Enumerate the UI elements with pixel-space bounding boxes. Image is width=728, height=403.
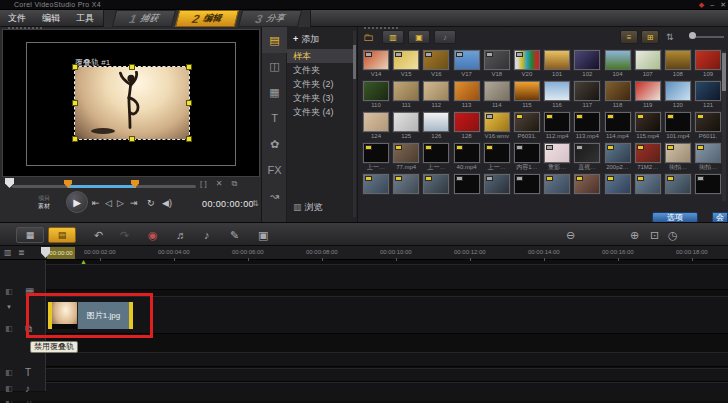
- mode-clip-label[interactable]: 素材: [38, 202, 64, 210]
- track-list-icon[interactable]: ≣: [18, 248, 25, 257]
- playback-mode-toggle[interactable]: 项目 素材: [38, 194, 64, 210]
- library-thumbnail[interactable]: 111: [391, 81, 421, 112]
- library-thumbnail[interactable]: 200p2…: [603, 143, 633, 174]
- library-thumbnail[interactable]: [572, 174, 602, 205]
- voice-track-lane[interactable]: [46, 368, 728, 382]
- library-thumbnail[interactable]: 112.mp4: [542, 112, 572, 143]
- library-thumbnail[interactable]: 109: [693, 50, 723, 81]
- library-thumbnail[interactable]: P6011.: [693, 112, 723, 143]
- library-thumbnail[interactable]: 直视…: [572, 143, 602, 174]
- library-thumbnail[interactable]: 115.mp4: [633, 112, 663, 143]
- library-thumbnail[interactable]: 上一…: [361, 143, 391, 174]
- library-thumbnail[interactable]: P6031.: [512, 112, 542, 143]
- library-thumbnail[interactable]: 上一…: [482, 143, 512, 174]
- library-thumbnail[interactable]: 内容1…: [512, 143, 542, 174]
- library-thumbnail[interactable]: 114: [482, 81, 512, 112]
- library-thumbnail[interactable]: 108: [663, 50, 693, 81]
- library-thumbnail[interactable]: V15: [391, 50, 421, 81]
- library-thumbnail[interactable]: 121: [693, 81, 723, 112]
- library-thumbnail[interactable]: 重影…: [542, 143, 572, 174]
- resize-handle[interactable]: [186, 136, 192, 142]
- library-thumbnail[interactable]: [693, 174, 723, 205]
- library-thumbnail[interactable]: [391, 174, 421, 205]
- library-thumbnail[interactable]: V18: [482, 50, 512, 81]
- next-frame-button[interactable]: ▷: [117, 198, 124, 208]
- fit-timeline-icon[interactable]: ⊡: [650, 228, 659, 242]
- browse-button[interactable]: ▥浏览: [293, 201, 323, 214]
- library-thumbnail[interactable]: 114.mp4: [603, 112, 633, 143]
- workflow-step[interactable]: 3分享: [238, 10, 302, 27]
- library-thumbnail[interactable]: 118: [603, 81, 633, 112]
- library-thumbnail[interactable]: [542, 174, 572, 205]
- resize-handle[interactable]: [186, 64, 192, 70]
- zoom-out-icon[interactable]: ⊖: [566, 228, 575, 242]
- overlay-track-enable[interactable]: ◧: [5, 324, 13, 333]
- track-expand-chevron-icon[interactable]: ▼: [6, 304, 12, 310]
- redo-button[interactable]: ↷: [120, 228, 129, 242]
- library-thumbnail[interactable]: [482, 174, 512, 205]
- timeline-horizontal-scrollbar[interactable]: [0, 392, 728, 401]
- prev-frame-button[interactable]: ◁: [105, 198, 112, 208]
- title-track-lane[interactable]: [46, 352, 728, 367]
- library-thumbnail[interactable]: 113: [452, 81, 482, 112]
- library-thumbnail[interactable]: 116: [542, 81, 572, 112]
- minimize-icon[interactable]: –: [710, 0, 714, 10]
- timeline-view-button[interactable]: ▤: [48, 227, 76, 243]
- gallery-scrollbar[interactable]: [353, 31, 356, 217]
- library-thumbnail[interactable]: V16.wmv: [482, 112, 512, 143]
- mark-range-icon[interactable]: [ ]: [200, 179, 207, 189]
- undo-button[interactable]: ↶: [94, 228, 103, 242]
- library-thumbnail[interactable]: 110: [361, 81, 391, 112]
- show-video-filter[interactable]: ▥: [382, 30, 404, 44]
- library-thumbnail[interactable]: 115: [512, 81, 542, 112]
- resize-handle[interactable]: [129, 136, 135, 142]
- workflow-step[interactable]: 2编辑: [175, 10, 239, 27]
- play-button[interactable]: ▶: [66, 191, 88, 213]
- library-thumbnail[interactable]: [633, 174, 663, 205]
- workflow-step[interactable]: 1捕获: [112, 10, 176, 27]
- project-duration-icon[interactable]: ◷: [668, 228, 678, 242]
- folder-item[interactable]: 样本: [287, 49, 353, 63]
- library-scrollbar[interactable]: [722, 51, 726, 201]
- add-folder-button[interactable]: +添加: [293, 33, 319, 46]
- list-view-button[interactable]: ≡: [620, 30, 638, 44]
- library-thumbnail[interactable]: 104: [603, 50, 633, 81]
- library-thumbnail[interactable]: 上一…: [421, 143, 451, 174]
- library-thumbnail[interactable]: [452, 174, 482, 205]
- transitions-button[interactable]: ◫: [262, 53, 287, 79]
- library-thumbnail[interactable]: [361, 174, 391, 205]
- library-thumbnail[interactable]: [512, 174, 542, 205]
- library-thumbnail[interactable]: 125: [391, 112, 421, 143]
- track-manager-icon[interactable]: ▥: [4, 248, 12, 257]
- storyboard-view-button[interactable]: ▦: [16, 227, 44, 243]
- library-thumbnail[interactable]: 102: [572, 50, 602, 81]
- volume-button[interactable]: ◀): [162, 198, 172, 208]
- resize-handle[interactable]: [72, 100, 78, 106]
- app-badge-icon[interactable]: ◆: [699, 0, 704, 10]
- auto-music-button[interactable]: ♪: [204, 228, 210, 242]
- library-thumbnail[interactable]: 40.mp4: [452, 143, 482, 174]
- library-thumbnail[interactable]: 101: [542, 50, 572, 81]
- overlay-clip-image[interactable]: [75, 67, 189, 139]
- import-folder-icon[interactable]: 🗀: [363, 31, 374, 43]
- mode-project-label[interactable]: 项目: [38, 194, 64, 202]
- library-thumbnail[interactable]: 街拍…: [693, 143, 723, 174]
- go-start-button[interactable]: ⇤: [92, 198, 100, 208]
- resize-handle[interactable]: [72, 136, 78, 142]
- folder-item[interactable]: 文件夹 (3): [287, 91, 353, 105]
- library-thumbnail[interactable]: [663, 174, 693, 205]
- library-thumbnail[interactable]: 街拍…: [663, 143, 693, 174]
- title-track-enable[interactable]: ◧: [5, 368, 13, 377]
- thumbnail-size-knob[interactable]: [689, 32, 696, 39]
- folder-item[interactable]: 文件夹 (2): [287, 77, 353, 91]
- library-thumbnail[interactable]: 128: [452, 112, 482, 143]
- thumbnail-view-button[interactable]: ⊞: [641, 30, 659, 44]
- timeline-ruler[interactable]: ▥≣ 00:00:00 00:00:02:0000:00:04:0000:00:…: [0, 246, 728, 260]
- menu-item[interactable]: 编辑: [42, 10, 60, 27]
- library-thumbnail[interactable]: 120: [663, 81, 693, 112]
- resize-handle[interactable]: [129, 64, 135, 70]
- library-thumbnail[interactable]: 126: [421, 112, 451, 143]
- library-thumbnail[interactable]: 117: [572, 81, 602, 112]
- sound-mixer-button[interactable]: ♬: [176, 228, 187, 242]
- folder-item[interactable]: 文件夹 (4): [287, 105, 353, 119]
